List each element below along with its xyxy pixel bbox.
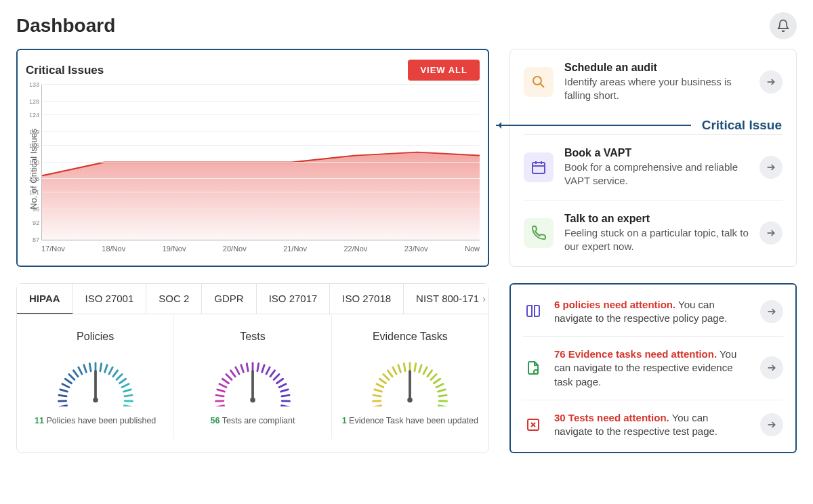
svg-line-40 bbox=[217, 389, 225, 391]
gauge-caption: 1 Evidence Task have been updated bbox=[339, 416, 482, 425]
tab-iso-27017[interactable]: ISO 27017 bbox=[257, 284, 331, 314]
svg-point-91 bbox=[534, 370, 538, 374]
gauge-title: Tests bbox=[181, 331, 324, 343]
gauge-meter bbox=[48, 352, 143, 406]
go-button[interactable] bbox=[759, 70, 783, 93]
svg-line-32 bbox=[124, 405, 131, 406]
compliance-card: HIPAAISO 27001SOC 2GDPRISO 27017ISO 2701… bbox=[16, 283, 489, 454]
go-button[interactable] bbox=[760, 356, 783, 379]
svg-line-64 bbox=[374, 405, 381, 406]
svg-line-15 bbox=[65, 379, 71, 383]
svg-line-73 bbox=[398, 364, 401, 372]
gauge-policies: Policies11 Policies have been published bbox=[17, 314, 174, 439]
action-desc: Feeling stuck on a particular topic, tal… bbox=[564, 226, 749, 254]
x-tick: 19/Nov bbox=[163, 245, 186, 253]
svg-rect-3 bbox=[533, 163, 545, 173]
svg-line-10 bbox=[59, 405, 66, 406]
attention-text: 30 Tests need attention. You can navigat… bbox=[554, 411, 749, 439]
tab-gdpr[interactable]: GDPR bbox=[202, 284, 256, 314]
gauge-title: Evidence Tasks bbox=[339, 331, 482, 343]
action-desc: Book for a comprehensive and reliable VA… bbox=[564, 161, 749, 188]
arrow-right-icon bbox=[766, 419, 777, 430]
arrow-right-icon bbox=[766, 362, 777, 373]
tab-hipaa[interactable]: HIPAA bbox=[17, 284, 73, 314]
action-title: Book a VAPT bbox=[564, 147, 749, 159]
svg-line-29 bbox=[123, 389, 131, 391]
arrow-right-icon bbox=[766, 306, 777, 317]
gauge-caption: 11 Policies have been published bbox=[24, 416, 167, 425]
test-icon bbox=[523, 417, 543, 433]
go-button[interactable] bbox=[759, 222, 783, 245]
attention-row[interactable]: 6 policies need attention. You can navig… bbox=[523, 287, 783, 337]
svg-line-71 bbox=[388, 370, 393, 376]
svg-line-83 bbox=[438, 389, 446, 391]
action-desc: Identify areas where your business is fa… bbox=[564, 75, 749, 103]
svg-line-77 bbox=[419, 364, 422, 372]
y-tick: 119 bbox=[23, 129, 39, 135]
action-row[interactable]: Talk to an expertFeeling stuck on a part… bbox=[524, 200, 783, 266]
svg-line-50 bbox=[262, 364, 265, 372]
svg-line-28 bbox=[122, 383, 129, 387]
y-tick: 115 bbox=[23, 142, 39, 149]
view-all-button[interactable]: VIEW ALL bbox=[408, 60, 480, 81]
svg-point-35 bbox=[93, 397, 98, 402]
svg-line-80 bbox=[431, 374, 436, 379]
svg-line-54 bbox=[276, 379, 283, 383]
svg-line-84 bbox=[439, 395, 446, 396]
search-icon bbox=[524, 67, 554, 97]
svg-line-82 bbox=[436, 383, 443, 387]
svg-line-26 bbox=[117, 374, 122, 379]
compliance-tabs: HIPAAISO 27001SOC 2GDPRISO 27017ISO 2701… bbox=[17, 284, 488, 314]
svg-line-81 bbox=[434, 379, 440, 383]
attention-text: 6 policies need attention. You can navig… bbox=[554, 298, 749, 326]
svg-line-24 bbox=[109, 367, 112, 374]
attention-row[interactable]: 30 Tests need attention. You can navigat… bbox=[523, 400, 783, 450]
svg-line-66 bbox=[373, 395, 381, 396]
gauge-title: Policies bbox=[24, 331, 167, 343]
evidence-icon bbox=[523, 360, 543, 376]
arrow-right-icon bbox=[766, 77, 776, 87]
svg-line-13 bbox=[60, 389, 67, 391]
x-tick: Now bbox=[465, 245, 480, 253]
gauge-meter bbox=[362, 352, 457, 406]
svg-line-25 bbox=[113, 370, 118, 376]
svg-line-23 bbox=[104, 364, 107, 372]
svg-line-67 bbox=[375, 389, 382, 391]
svg-line-14 bbox=[62, 383, 69, 387]
tabs-scroll-right[interactable]: › bbox=[482, 293, 486, 304]
go-button[interactable] bbox=[760, 413, 783, 436]
tab-iso-27001[interactable]: ISO 27001 bbox=[73, 284, 147, 314]
attention-row[interactable]: 76 Evidence tasks need attention. You ca… bbox=[523, 336, 783, 400]
critical-issues-chart: 879296101105110115119124128133 bbox=[41, 85, 480, 240]
x-tick: 18/Nov bbox=[102, 245, 125, 253]
svg-line-44 bbox=[230, 370, 235, 376]
chart-y-label: No. of Critical Issues bbox=[26, 85, 41, 253]
actions-card: Schedule an auditIdentify areas where yo… bbox=[509, 49, 797, 267]
svg-line-74 bbox=[404, 363, 406, 371]
action-row[interactable]: Book a VAPTBook for a comprehensive and … bbox=[524, 134, 783, 201]
action-row[interactable]: Schedule an auditIdentify areas where yo… bbox=[524, 49, 783, 115]
svg-point-0 bbox=[533, 77, 541, 85]
x-tick: 23/Nov bbox=[404, 245, 428, 253]
y-tick: 133 bbox=[23, 81, 39, 88]
gauge-tests: Tests56 Tests are compliant bbox=[174, 314, 331, 439]
attention-text: 76 Evidence tasks need attention. You ca… bbox=[554, 348, 749, 389]
go-button[interactable] bbox=[760, 300, 783, 323]
tab-soc-2[interactable]: SOC 2 bbox=[146, 284, 202, 314]
x-tick: 17/Nov bbox=[41, 245, 65, 253]
svg-line-51 bbox=[266, 367, 270, 374]
notifications-button[interactable] bbox=[770, 12, 797, 39]
svg-line-56 bbox=[280, 389, 288, 391]
bell-icon bbox=[776, 19, 790, 33]
svg-line-47 bbox=[247, 363, 248, 371]
y-tick: 101 bbox=[23, 189, 39, 196]
svg-line-57 bbox=[282, 395, 289, 396]
tab-nist-800-171[interactable]: NIST 800-171 bbox=[404, 284, 488, 314]
gauge-meter bbox=[205, 352, 300, 406]
svg-line-12 bbox=[59, 395, 66, 396]
critical-issues-card: Critical Issues VIEW ALL No. of Critical… bbox=[16, 49, 489, 267]
go-button[interactable] bbox=[759, 156, 783, 179]
y-tick: 105 bbox=[23, 175, 39, 182]
svg-line-1 bbox=[541, 84, 545, 88]
tab-iso-27018[interactable]: ISO 27018 bbox=[330, 284, 404, 314]
